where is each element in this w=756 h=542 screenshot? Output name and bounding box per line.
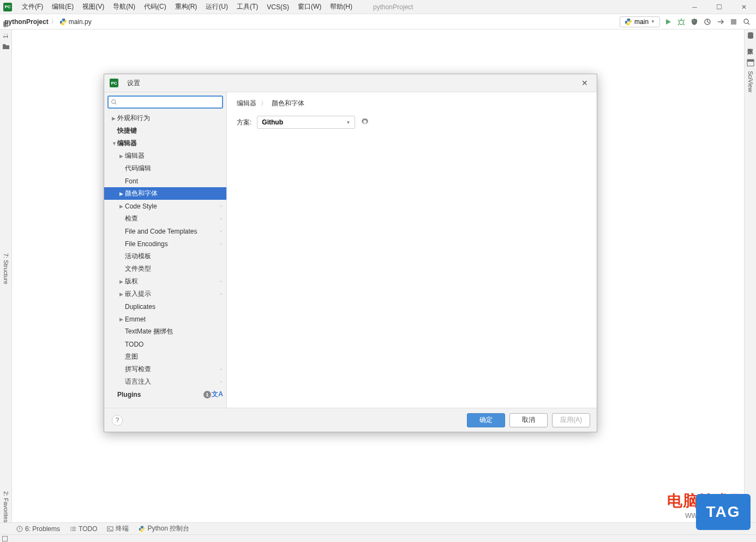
menu-edit[interactable]: 编辑(E)	[47, 1, 78, 13]
profile-button[interactable]	[703, 17, 712, 27]
tool-window-terminal[interactable]: 终端	[107, 524, 129, 533]
tree-live-templates[interactable]: 活动模板	[104, 250, 226, 263]
svg-point-0	[62, 19, 62, 20]
window-title: pythonProject	[373, 3, 413, 11]
app-icon: PC	[3, 3, 12, 11]
help-button[interactable]: ?	[112, 415, 123, 426]
tree-inspections[interactable]: 检查▫	[104, 212, 226, 225]
tool-window-favorites[interactable]: 2: Favorites	[3, 491, 9, 522]
scope-icon: ▫	[220, 291, 222, 297]
svg-point-12	[364, 121, 366, 123]
apply-button[interactable]: 应用(A)	[552, 413, 590, 427]
tool-window-problems[interactable]: 6: Problems	[16, 525, 60, 533]
tree-font[interactable]: Font	[104, 175, 226, 187]
scope-icon: ▫	[220, 228, 222, 234]
status-icon[interactable]	[2, 536, 8, 541]
run-button[interactable]	[663, 17, 673, 27]
breadcrumb: pythonProject 〉 main.py	[4, 17, 92, 26]
menu-refactor[interactable]: 重构(R)	[171, 1, 202, 13]
tree-color-font[interactable]: ▶颜色和字体	[104, 187, 226, 200]
maximize-button[interactable]: ☐	[707, 0, 731, 14]
menu-help[interactable]: 帮助(H)	[326, 1, 357, 13]
coverage-button[interactable]	[689, 17, 699, 27]
ok-button[interactable]: 确定	[467, 413, 505, 427]
tree-file-encodings[interactable]: File Encodings▫	[104, 237, 226, 250]
minimize-button[interactable]: ─	[682, 0, 707, 14]
tree-code-style[interactable]: ▶Code Style▫	[104, 200, 226, 212]
stop-button[interactable]	[729, 17, 739, 27]
svg-rect-4	[731, 19, 736, 25]
tool-window-sciview[interactable]: SciView	[747, 71, 754, 92]
menu-file[interactable]: 文件(F)	[17, 1, 47, 13]
svg-point-6	[748, 32, 753, 34]
menu-tools[interactable]: 工具(T)	[232, 1, 262, 13]
tree-lang-inject[interactable]: 语言注入▫	[104, 376, 226, 388]
tree-inlay-hints[interactable]: ▶嵌入提示▫	[104, 288, 226, 300]
svg-rect-8	[747, 59, 754, 62]
tree-editor[interactable]: ▼编辑器	[104, 137, 226, 150]
tree-keymap[interactable]: 快捷键	[104, 124, 226, 137]
plugins-badge: 1	[203, 391, 211, 398]
search-everywhere-button[interactable]	[742, 17, 752, 27]
database-icon	[747, 32, 754, 39]
tree-todo[interactable]: TODO	[104, 338, 226, 350]
gear-icon	[361, 117, 369, 126]
left-tool-gutter: 1: 项目 7: Structure 2: Favorites	[0, 29, 12, 526]
dialog-footer: ? 确定 取消 应用(A)	[104, 408, 597, 432]
menu-bar: PC 文件(F) 编辑(E) 视图(V) 导航(N) 代码(C) 重构(R) 运…	[0, 0, 756, 14]
settings-search-input[interactable]	[107, 96, 223, 109]
scope-icon: ▫	[220, 216, 222, 222]
menu-view[interactable]: 视图(V)	[78, 1, 109, 13]
settings-tree[interactable]: ▶外观和行为 快捷键 ▼编辑器 ▶编辑器 代码编辑 Font ▶颜色和字体 ▶C…	[104, 112, 226, 408]
tree-textmate[interactable]: TextMate 捆绑包	[104, 325, 226, 338]
scope-icon: ▫	[220, 379, 222, 385]
tree-spelling[interactable]: 拼写检查▫	[104, 363, 226, 376]
tree-file-templates[interactable]: File and Code Templates▫	[104, 225, 226, 237]
dialog-title: 设置	[127, 79, 140, 88]
tree-copyright[interactable]: ▶版权▫	[104, 275, 226, 288]
tool-window-python-console[interactable]: Python 控制台	[139, 524, 189, 533]
nav-toolbar: pythonProject 〉 main.py main ▼	[0, 14, 756, 29]
scheme-label: 方案:	[237, 118, 251, 127]
breadcrumb-file[interactable]: main.py	[59, 18, 92, 26]
search-icon	[111, 99, 117, 105]
settings-sidebar: ▶外观和行为 快捷键 ▼编辑器 ▶编辑器 代码编辑 Font ▶颜色和字体 ▶C…	[104, 92, 227, 408]
breadcrumb-file-label: main.py	[69, 18, 92, 26]
menu-vcs[interactable]: VCS(S)	[262, 2, 293, 13]
dialog-close-button[interactable]: ✕	[578, 78, 591, 88]
scheme-selector[interactable]: Github ▼	[257, 116, 355, 129]
menu-run[interactable]: 运行(U)	[201, 1, 232, 13]
svg-point-2	[679, 20, 683, 25]
tree-emmet[interactable]: ▶Emmet	[104, 313, 226, 325]
chevron-down-icon: ▼	[651, 19, 655, 24]
tool-window-structure[interactable]: 7: Structure	[3, 253, 9, 284]
tree-plugins[interactable]: Plugins1文A	[104, 388, 226, 401]
attach-button[interactable]	[716, 17, 725, 27]
tree-code-editing[interactable]: 代码编辑	[104, 162, 226, 175]
todo-icon	[70, 526, 76, 532]
dialog-header: PC 设置 ✕	[104, 74, 597, 92]
menu-navigate[interactable]: 导航(N)	[109, 1, 140, 13]
scope-icon: ▫	[220, 203, 222, 209]
debug-button[interactable]	[676, 17, 686, 27]
tree-editor-sub[interactable]: ▶编辑器	[104, 150, 226, 162]
cancel-button[interactable]: 取消	[509, 413, 548, 427]
tool-window-project[interactable]: 1: 项目	[2, 32, 10, 38]
tree-appearance[interactable]: ▶外观和行为	[104, 112, 226, 124]
run-config-selector[interactable]: main ▼	[620, 16, 660, 27]
tree-file-types[interactable]: 文件类型	[104, 263, 226, 275]
close-button[interactable]: ✕	[731, 0, 756, 14]
menu-window[interactable]: 窗口(W)	[293, 1, 326, 13]
breadcrumb-project[interactable]: pythonProject	[4, 18, 49, 26]
python-file-icon	[59, 18, 67, 26]
tool-window-todo[interactable]: TODO	[70, 525, 97, 533]
svg-point-11	[112, 100, 116, 104]
crumb-color-font: 颜色和字体	[272, 99, 304, 108]
menu-code[interactable]: 代码(C)	[140, 1, 171, 13]
tree-duplicates[interactable]: Duplicates	[104, 300, 226, 313]
scheme-gear-button[interactable]	[361, 117, 369, 128]
settings-breadcrumb: 编辑器 〉 颜色和字体	[237, 99, 587, 108]
crumb-editor[interactable]: 编辑器	[237, 99, 256, 108]
tree-intentions[interactable]: 意图	[104, 350, 226, 363]
sciview-icon	[747, 59, 754, 67]
